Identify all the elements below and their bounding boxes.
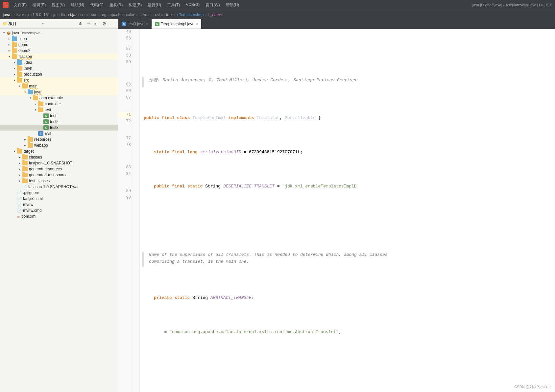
code-area[interactable]: 49 56 57 58 59 65 66 67 71 72 77 78 83 8… [118, 29, 555, 392]
tab-icon-test3: C [122, 22, 126, 26]
tree-item-test-folder[interactable]: test [0, 107, 118, 113]
tree-label-war: fastjson-1.0-SNAPSHOT.war [28, 184, 79, 189]
menu-help[interactable]: 帮助(H) [223, 2, 242, 9]
editor-area: C test3.java × C TemplatesImpl.java × 49… [118, 19, 555, 392]
menu-code[interactable]: 代码(C) [87, 2, 106, 9]
breadcrumb-jre[interactable]: jre [53, 12, 58, 17]
tree-item-demo2[interactable]: demo2 [0, 48, 118, 54]
tree-item-controller[interactable]: controller [0, 101, 118, 107]
tree-item-test-classes[interactable]: test-classes [0, 178, 118, 184]
folder-icon-webapp [28, 143, 33, 148]
tree-item-test-class[interactable]: C test [0, 113, 118, 119]
sidebar: 📁 项目 ▾ ⊕ ☰ ⇤ ⚙ — 📦 java D:\code\java .id… [0, 19, 118, 392]
sidebar-close[interactable]: — [109, 20, 115, 27]
tab-test3[interactable]: C test3.java × [118, 19, 152, 29]
tree-item-evil-class[interactable]: C Evil [0, 131, 118, 136]
tree-item-snapshot[interactable]: fastjson-1.0-SNAPSHOT [0, 160, 118, 166]
class-icon-test2: C [43, 119, 49, 124]
tree-arrow-evil-class [33, 131, 38, 136]
breadcrumb-name[interactable]: _name [210, 12, 222, 17]
file-icon-mvnw-cmd: 📄 [17, 208, 22, 213]
tree-item-gen-test-sources[interactable]: generated-test-sources [0, 172, 118, 178]
tree-item-main[interactable]: main [0, 83, 118, 89]
tree-arrow-classes [17, 155, 22, 160]
tree-item-java[interactable]: 📦 java D:\code\java [0, 30, 118, 36]
tree-label-main: main [29, 84, 37, 88]
tree-item-target[interactable]: target [0, 148, 118, 154]
breadcrumb-rtjar[interactable]: rt.jar [68, 12, 77, 17]
menu-edit[interactable]: 编辑(E) [30, 2, 48, 9]
class-icon-test: C [43, 113, 49, 118]
breadcrumb-org[interactable]: org [101, 12, 106, 17]
breadcrumb-java[interactable]: java [3, 12, 10, 17]
tree-item-src[interactable]: src [0, 77, 118, 83]
menu-vcs[interactable]: VCS(G) [183, 2, 202, 9]
tree-label-resources: resources [34, 137, 52, 142]
tree-arrow-test-classes [17, 178, 22, 184]
tree-item-com-example[interactable]: com.example [0, 95, 118, 101]
tree-arrow-resources [22, 137, 28, 142]
sidebar-settings[interactable]: ⚙ [101, 20, 108, 27]
tree-item-test3-class[interactable]: C test3 [0, 125, 118, 131]
menu-refactor[interactable]: 重构(R) [107, 2, 126, 9]
folder-icon-com-example [33, 96, 38, 100]
code-line-66: = "com.sun.org.apache.xalan.internal.xsl… [144, 329, 555, 336]
sidebar-tree: 📦 java D:\code\java .idea demo demo2 [0, 29, 118, 392]
tree-arrow-war [17, 184, 22, 189]
tree-item-war[interactable]: 📄 fastjson-1.0-SNAPSHOT.war [0, 184, 118, 190]
tree-item-fastjson-idea[interactable]: .idea [0, 60, 118, 65]
tree-item-src-java[interactable]: java [0, 89, 118, 95]
tree-item-test2-class[interactable]: C test2 [0, 119, 118, 125]
folder-icon-production [17, 72, 22, 77]
tree-item-mvn[interactable]: .mvn [0, 65, 118, 71]
sidebar-action-2[interactable]: ☰ [85, 20, 92, 27]
breadcrumb-trax[interactable]: trax [166, 12, 173, 17]
breadcrumb-internal[interactable]: internal [139, 12, 152, 17]
tab-close-templatesimpl[interactable]: × [196, 22, 198, 26]
breadcrumb-com[interactable]: com [80, 12, 88, 17]
breadcrumb-xalan[interactable]: xalan [126, 12, 135, 17]
breadcrumb-templatesimpl[interactable]: TemplatesImpl [179, 12, 204, 17]
tree-item-resources[interactable]: resources [0, 136, 118, 142]
tree-item-production[interactable]: production [0, 71, 118, 77]
tree-item-mvnw-cmd[interactable]: 📄 mvnw.cmd [0, 208, 118, 213]
menu-file[interactable]: 文件(F) [11, 2, 29, 9]
tree-item-mvnw[interactable]: 📄 mvnw [0, 202, 118, 208]
breadcrumb-jdk[interactable]: jdk1.8.0_151 [27, 12, 50, 17]
file-icon-war: 📄 [22, 185, 27, 189]
menu-navigate[interactable]: 导航(N) [68, 2, 87, 9]
sidebar-dropdown-arrow[interactable]: ▾ [42, 22, 44, 25]
tab-close-test3[interactable]: × [146, 22, 148, 26]
menu-window[interactable]: 窗口(W) [203, 2, 222, 9]
tree-label-test-folder: test [45, 108, 51, 112]
tree-item-pom[interactable]: m pom.xml [0, 213, 118, 219]
code-line-49 [144, 43, 555, 50]
menu-build[interactable]: 构建(B) [126, 2, 144, 9]
field-icon-small: f [208, 13, 209, 16]
tree-label-gitignore: .gitignore [23, 190, 39, 195]
menu-view[interactable]: 视图(V) [49, 2, 67, 9]
menu-run[interactable]: 运行(U) [145, 2, 164, 9]
tree-item-classes[interactable]: classes [0, 154, 118, 160]
breadcrumb-jdkver[interactable]: jdkver [13, 12, 24, 17]
breadcrumb-lib[interactable]: lib [61, 12, 65, 17]
sidebar-action-3[interactable]: ⇤ [93, 20, 100, 27]
tree-item-gitignore[interactable]: 📄 .gitignore [0, 190, 118, 196]
tree-item-fastjson[interactable]: fastjson [0, 54, 118, 60]
breadcrumb-sun[interactable]: sun [91, 12, 97, 17]
breadcrumb-apache[interactable]: apache [110, 12, 123, 17]
tree-item-webapp[interactable]: webapp [0, 142, 118, 148]
breadcrumb-xsltc[interactable]: xsltc [155, 12, 163, 17]
tree-item-iml[interactable]: 📄 fastjson.iml [0, 196, 118, 202]
folder-icon-main [22, 84, 28, 88]
sidebar-action-1[interactable]: ⊕ [77, 20, 84, 27]
tree-item-idea[interactable]: .idea [0, 36, 118, 42]
tree-item-demo[interactable]: demo [0, 42, 118, 48]
class-icon-small: ● [177, 13, 178, 16]
tab-templatesimpl[interactable]: C TemplatesImpl.java × [152, 19, 202, 29]
menu-tools[interactable]: 工具(T) [164, 2, 182, 9]
tree-label-gen-test-sources: generated-test-sources [29, 173, 69, 177]
tree-item-gen-sources[interactable]: generated-sources [0, 166, 118, 172]
tree-arrow-test2-class [38, 119, 43, 124]
code-editor-content[interactable]: 作者: Morten Jorgensen, G. Todd Millerj, J… [140, 29, 555, 392]
